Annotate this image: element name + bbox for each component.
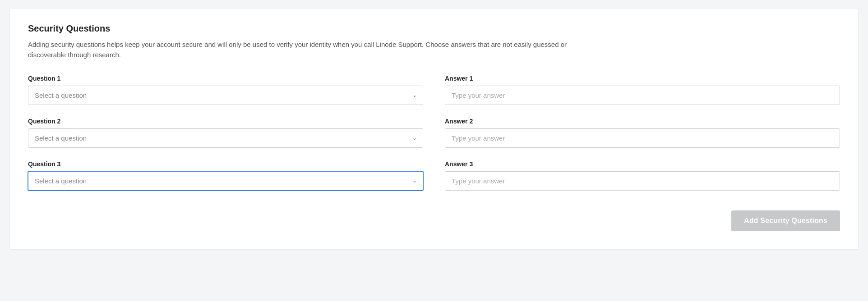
security-questions-panel: Security Questions Adding security quest…	[10, 9, 858, 249]
question-3-select-wrapper: Select a question ⌄	[28, 171, 423, 191]
answer-1-label: Answer 1	[445, 75, 840, 82]
question-2-select[interactable]: Select a question	[28, 128, 423, 148]
button-row: Add Security Questions	[28, 210, 840, 231]
add-security-questions-button[interactable]: Add Security Questions	[731, 210, 840, 231]
answer-group-1: Answer 1	[445, 75, 840, 105]
answer-3-label: Answer 3	[445, 160, 840, 168]
question-group-3: Question 3 Select a question ⌄	[28, 160, 423, 191]
answer-group-3: Answer 3	[445, 160, 840, 191]
question-1-select[interactable]: Select a question	[28, 86, 423, 105]
page-description: Adding security questions helps keep you…	[28, 39, 569, 60]
question-2-label: Question 2	[28, 118, 423, 125]
question-1-label: Question 1	[28, 75, 423, 82]
answer-3-input[interactable]	[445, 171, 840, 191]
answer-2-input[interactable]	[445, 128, 840, 148]
answer-2-label: Answer 2	[445, 118, 840, 125]
question-1-select-wrapper: Select a question ⌄	[28, 86, 423, 105]
page-title: Security Questions	[28, 23, 840, 34]
question-group-2: Question 2 Select a question ⌄	[28, 118, 423, 148]
question-2-select-wrapper: Select a question ⌄	[28, 128, 423, 148]
answer-1-input[interactable]	[445, 86, 840, 105]
question-3-label: Question 3	[28, 160, 423, 168]
questions-grid: Question 1 Select a question ⌄ Answer 1 …	[28, 75, 840, 203]
answer-group-2: Answer 2	[445, 118, 840, 148]
question-group-1: Question 1 Select a question ⌄	[28, 75, 423, 105]
question-3-select[interactable]: Select a question	[28, 171, 423, 191]
